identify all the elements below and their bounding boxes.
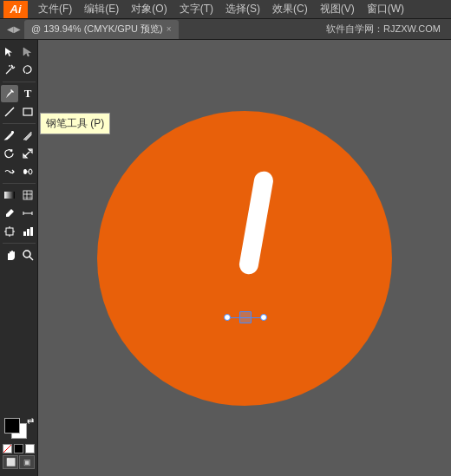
- warp-blend-row: [1, 163, 36, 180]
- canvas-area[interactable]: [38, 40, 451, 476]
- line-segment-tool[interactable]: [1, 103, 18, 121]
- lasso-tools-row: [1, 62, 36, 79]
- selection-tools-row: [1, 43, 36, 61]
- graph-symbol-row: [1, 186, 36, 204]
- fullscreen-button[interactable]: ▣: [19, 455, 35, 469]
- menu-file[interactable]: 文件(F): [33, 0, 77, 18]
- svg-rect-6: [4, 192, 15, 199]
- canvas-content: [97, 111, 392, 406]
- hand-tool[interactable]: [1, 246, 18, 264]
- svg-point-23: [23, 251, 30, 258]
- black-swatch[interactable]: [14, 444, 23, 453]
- toolbar-divider-4: [3, 243, 36, 244]
- warp-tool[interactable]: [1, 163, 18, 180]
- artboard-tool[interactable]: [1, 223, 18, 240]
- eyedropper-row: [1, 205, 36, 222]
- menu-view[interactable]: 视图(V): [315, 0, 360, 18]
- toolbar-divider-2: [3, 123, 36, 124]
- document-tab[interactable]: @ 139.94% (CMYK/GPU 预览) ×: [24, 20, 179, 39]
- eyedropper-tool[interactable]: [1, 205, 18, 222]
- svg-rect-1: [23, 108, 32, 115]
- swap-colors-icon[interactable]: ⇄: [27, 416, 36, 425]
- foreground-color-swatch[interactable]: [4, 418, 20, 434]
- none-swatch[interactable]: [3, 444, 12, 453]
- toolbar-divider-3: [3, 183, 36, 184]
- view-mode-row: ⬜ ▣: [3, 455, 35, 469]
- menu-select[interactable]: 选择(S): [220, 0, 265, 18]
- rotate-tool[interactable]: [1, 145, 18, 162]
- anchor-handle-right[interactable]: [260, 314, 267, 321]
- menu-window[interactable]: 窗口(W): [362, 0, 409, 18]
- white-swatch[interactable]: [25, 444, 35, 453]
- tab-label: @ 139.94% (CMYK/GPU 预览): [31, 23, 163, 36]
- menu-type[interactable]: 文字(T): [174, 0, 219, 18]
- app-logo: Ai: [3, 1, 28, 18]
- transform-tools-row: [1, 145, 36, 162]
- lasso-tool[interactable]: [19, 62, 36, 79]
- svg-rect-20: [23, 231, 26, 236]
- toolbar-divider-1: [3, 82, 36, 82]
- anchor-point-center[interactable]: [239, 311, 252, 323]
- scale-tool[interactable]: [19, 145, 36, 162]
- menu-edit[interactable]: 编辑(E): [79, 0, 124, 18]
- tab-bar: ◀▶ @ 139.94% (CMYK/GPU 预览) × 软件自学网：RJZXW…: [0, 19, 451, 40]
- pen-tools-row: T: [1, 85, 36, 102]
- svg-rect-21: [27, 229, 29, 236]
- pencil-tool[interactable]: [19, 127, 36, 144]
- zoom-tool[interactable]: [19, 246, 36, 264]
- toolbar: T: [0, 40, 38, 476]
- menu-object[interactable]: 对象(O): [126, 0, 172, 18]
- svg-rect-7: [23, 191, 32, 199]
- main-area: T: [0, 40, 451, 476]
- color-swatches[interactable]: ⇄: [4, 418, 34, 442]
- svg-rect-15: [6, 228, 13, 235]
- svg-rect-22: [30, 227, 33, 236]
- paint-tools-row: [1, 127, 36, 144]
- hand-zoom-row: [1, 246, 36, 264]
- type-tool[interactable]: T: [19, 85, 36, 102]
- selection-tool[interactable]: [1, 43, 18, 61]
- color-mode-row: [3, 444, 36, 453]
- gradient-tool[interactable]: [1, 186, 18, 204]
- anchor-point-group: [224, 309, 267, 328]
- rectangle-tool[interactable]: [19, 103, 36, 121]
- collapse-button[interactable]: ◀▶: [3, 24, 24, 34]
- pen-tool[interactable]: [1, 85, 18, 102]
- svg-point-4: [29, 169, 32, 174]
- color-section: ⇄ ⬜ ▣: [3, 418, 36, 473]
- line-tools-row: [1, 103, 36, 121]
- svg-line-24: [29, 257, 33, 260]
- magic-wand-tool[interactable]: [1, 62, 18, 79]
- website-label: 软件自学网：RJZXW.COM: [326, 23, 448, 36]
- paintbrush-tool[interactable]: [1, 127, 18, 144]
- svg-line-0: [5, 108, 14, 116]
- artboard-graph-row: [1, 223, 36, 240]
- tab-close-button[interactable]: ×: [167, 24, 172, 34]
- menu-bar: Ai 文件(F) 编辑(E) 对象(O) 文字(T) 选择(S) 效果(C) 视…: [0, 0, 451, 19]
- svg-point-3: [23, 169, 27, 174]
- measure-tool[interactable]: [19, 205, 36, 222]
- mesh-tool[interactable]: [19, 186, 36, 204]
- menu-effect[interactable]: 效果(C): [267, 0, 313, 18]
- graph-tool[interactable]: [19, 223, 36, 240]
- svg-point-2: [12, 132, 14, 134]
- direct-selection-tool[interactable]: [19, 43, 36, 61]
- normal-screen-button[interactable]: ⬜: [3, 455, 18, 469]
- blend-tool[interactable]: [19, 163, 36, 180]
- anchor-handle-left[interactable]: [224, 314, 231, 321]
